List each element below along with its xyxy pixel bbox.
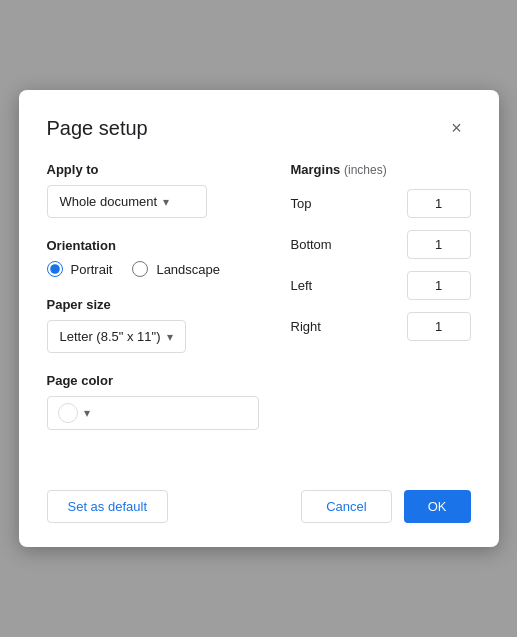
paper-size-value: Letter (8.5" x 11") <box>60 329 161 344</box>
top-margin-label: Top <box>291 196 346 211</box>
apply-to-label: Apply to <box>47 162 259 177</box>
color-picker-button[interactable]: ▾ <box>47 396 259 430</box>
orientation-label: Orientation <box>47 238 259 253</box>
page-color-section: Page color ▾ <box>47 373 259 430</box>
apply-to-dropdown[interactable]: Whole document ▾ <box>47 185 207 218</box>
dialog-footer: Set as default Cancel OK <box>47 474 471 523</box>
margins-label: Margins <box>291 162 341 177</box>
dialog-header: Page setup × <box>47 114 471 142</box>
portrait-radio[interactable] <box>47 261 63 277</box>
top-margin-row: Top <box>291 189 471 218</box>
chevron-down-icon: ▾ <box>167 330 173 344</box>
page-setup-dialog: Page setup × Apply to Whole document ▾ O… <box>19 90 499 547</box>
landscape-radio[interactable] <box>132 261 148 277</box>
paper-size-section: Paper size Letter (8.5" x 11") ▾ <box>47 297 259 353</box>
margins-unit: (inches) <box>344 163 387 177</box>
paper-size-label: Paper size <box>47 297 259 312</box>
footer-right-buttons: Cancel OK <box>301 490 470 523</box>
bottom-margin-row: Bottom <box>291 230 471 259</box>
page-color-label: Page color <box>47 373 259 388</box>
orientation-section: Orientation Portrait Landscape <box>47 238 259 277</box>
chevron-down-icon: ▾ <box>84 406 90 420</box>
margins-header: Margins (inches) <box>291 162 471 177</box>
left-margin-row: Left <box>291 271 471 300</box>
apply-to-value: Whole document <box>60 194 158 209</box>
dialog-title: Page setup <box>47 117 148 140</box>
left-margin-label: Left <box>291 278 346 293</box>
color-swatch <box>58 403 78 423</box>
ok-button[interactable]: OK <box>404 490 471 523</box>
chevron-down-icon: ▾ <box>163 195 169 209</box>
top-margin-input[interactable] <box>407 189 471 218</box>
set-as-default-button[interactable]: Set as default <box>47 490 169 523</box>
bottom-margin-label: Bottom <box>291 237 346 252</box>
right-margin-label: Right <box>291 319 346 334</box>
cancel-button[interactable]: Cancel <box>301 490 391 523</box>
bottom-margin-input[interactable] <box>407 230 471 259</box>
orientation-options: Portrait Landscape <box>47 261 259 277</box>
close-button[interactable]: × <box>443 114 471 142</box>
landscape-option[interactable]: Landscape <box>132 261 220 277</box>
paper-size-dropdown[interactable]: Letter (8.5" x 11") ▾ <box>47 320 186 353</box>
right-margin-input[interactable] <box>407 312 471 341</box>
right-margin-row: Right <box>291 312 471 341</box>
left-margin-input[interactable] <box>407 271 471 300</box>
landscape-label: Landscape <box>156 262 220 277</box>
left-column: Apply to Whole document ▾ Orientation Po… <box>47 162 259 450</box>
portrait-option[interactable]: Portrait <box>47 261 113 277</box>
dialog-body: Apply to Whole document ▾ Orientation Po… <box>47 162 471 450</box>
right-column: Margins (inches) Top Bottom Left Right <box>291 162 471 450</box>
portrait-label: Portrait <box>71 262 113 277</box>
apply-to-section: Apply to Whole document ▾ <box>47 162 259 218</box>
